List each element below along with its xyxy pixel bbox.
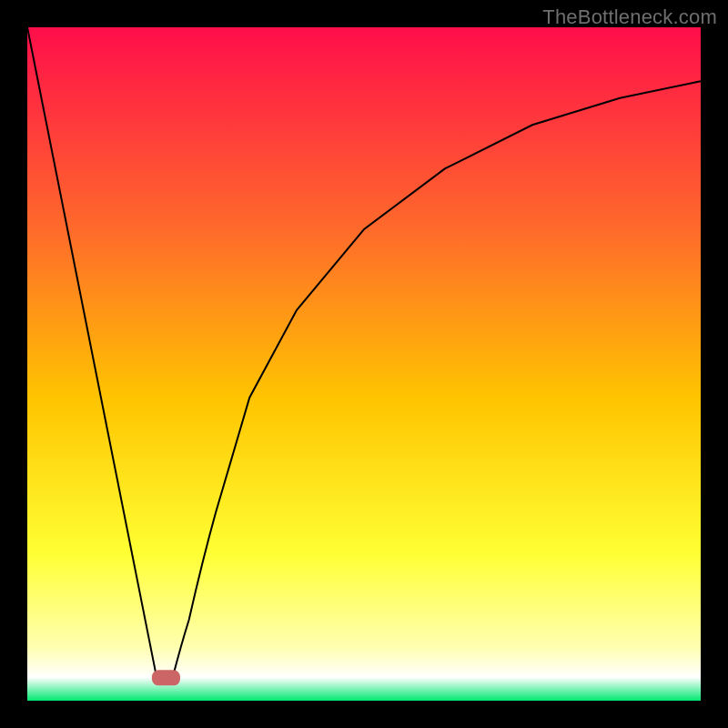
chart-svg <box>27 27 701 701</box>
gradient-background <box>27 27 701 701</box>
watermark-text: TheBottleneck.com <box>542 5 717 29</box>
vertex-marker <box>152 670 180 685</box>
chart-plot-area <box>27 27 701 701</box>
chart-frame: TheBottleneck.com <box>0 0 728 728</box>
